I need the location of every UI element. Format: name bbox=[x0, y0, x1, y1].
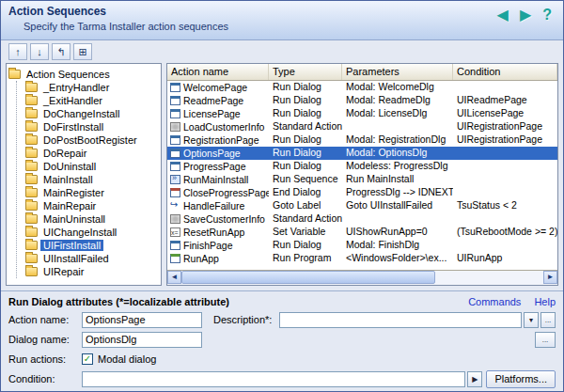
dialog-icon bbox=[170, 135, 180, 145]
horizontal-scrollbar[interactable]: ◄ ► bbox=[167, 270, 557, 285]
cell-condition: UIRunApp bbox=[453, 252, 557, 265]
table-row-OptionsPage[interactable]: OptionsPageRun DialogModal: OptionsDlg bbox=[167, 147, 557, 160]
column-header-type[interactable]: Type bbox=[269, 64, 342, 80]
cell-condition: UILicensePage bbox=[453, 107, 557, 120]
folder-icon bbox=[25, 188, 38, 197]
grid-button[interactable]: ⊞ bbox=[73, 43, 92, 60]
cell-type: Run Sequence bbox=[269, 173, 342, 186]
tree-item-_ExitHandler[interactable]: _ExitHandler bbox=[25, 94, 159, 107]
tree-item-label: DoChangeInstall bbox=[40, 108, 122, 119]
tree-item-MainRepair[interactable]: MainRepair bbox=[25, 199, 159, 212]
tree-item-UIInstallFailed[interactable]: UIInstallFailed bbox=[25, 252, 159, 265]
dialog-name-label: Dialog name: bbox=[8, 334, 82, 345]
tree-item-DoPostBootRegister[interactable]: DoPostBootRegister bbox=[25, 133, 159, 147]
tree-item-DoFirstInstall[interactable]: DoFirstInstall bbox=[25, 120, 159, 133]
table-row-HandleFailure[interactable]: HandleFailureGoto LabelGoto UIInstallFai… bbox=[167, 199, 557, 212]
action-name-text: LicensePage bbox=[183, 108, 241, 120]
help-icon[interactable]: ? bbox=[542, 8, 552, 23]
cell-type: Run Dialog bbox=[269, 147, 342, 160]
description-browse-button[interactable]: ... bbox=[540, 312, 556, 328]
scrollbar-thumb[interactable] bbox=[181, 271, 435, 284]
help-link[interactable]: Help bbox=[534, 296, 556, 307]
dialog-name-browse-button[interactable]: ... bbox=[535, 332, 556, 348]
tree-item-DoUninstall[interactable]: DoUninstall bbox=[25, 160, 159, 173]
table-row-LoadCustomerInfo[interactable]: LoadCustomerInfoStandard ActionUIRegistr… bbox=[167, 120, 557, 133]
tree-item-DoChangeInstall[interactable]: DoChangeInstall bbox=[25, 107, 159, 120]
cell-type: Run Program bbox=[269, 252, 342, 265]
table-row-FinishPage[interactable]: FinishPageRun DialogModal: FinishDlg bbox=[167, 239, 557, 252]
folder-icon bbox=[25, 109, 38, 118]
modal-dialog-checkbox-label[interactable]: Modal dialog bbox=[98, 353, 156, 365]
tree-item-UIChangeInstall[interactable]: UIChangeInstall bbox=[25, 226, 159, 239]
action-name-text: SaveCustomerInfo bbox=[183, 213, 265, 226]
cell-action-name: LoadCustomerInfo bbox=[167, 120, 269, 133]
cell-type: Standard Action bbox=[269, 212, 342, 226]
program-icon bbox=[170, 254, 180, 263]
cell-parameters: Modal: ReadmeDlg bbox=[342, 94, 453, 107]
column-header-action-name[interactable]: Action name bbox=[167, 64, 269, 80]
scroll-right-button[interactable]: ► bbox=[543, 271, 557, 284]
condition-expand-button[interactable]: ▶ bbox=[467, 371, 482, 387]
table-row-ProgressPage[interactable]: ProgressPageRun DialogModeless: Progress… bbox=[167, 160, 557, 173]
tree-item-MainRegister[interactable]: MainRegister bbox=[25, 186, 159, 199]
tree-item-_EntryHandler[interactable]: _EntryHandler bbox=[25, 81, 159, 94]
commands-link[interactable]: Commands bbox=[468, 296, 521, 307]
folder-icon bbox=[25, 149, 38, 158]
variable-icon bbox=[170, 227, 180, 237]
folder-icon bbox=[25, 122, 38, 132]
action-name-text: ProgressPage bbox=[183, 161, 246, 173]
tree-item-label: DoUninstall bbox=[40, 161, 99, 172]
action-name-field[interactable] bbox=[82, 312, 202, 328]
table-row-RunMainInstall[interactable]: RunMainInstallRun SequenceRun MainInstal… bbox=[167, 173, 557, 186]
table-row-SaveCustomerInfo[interactable]: SaveCustomerInfoStandard Action bbox=[167, 212, 557, 226]
scrollbar-track[interactable] bbox=[181, 271, 543, 285]
move-down-button[interactable]: ↓ bbox=[30, 43, 49, 60]
dialog-name-row: Dialog name: ... bbox=[8, 331, 556, 348]
cell-action-name: CloseProgressPage bbox=[167, 186, 269, 199]
folder-icon bbox=[25, 83, 38, 92]
run-actions-row: Run actions: ✓ Modal dialog bbox=[8, 351, 556, 368]
table-row-RunApp[interactable]: RunAppRun Program<WindowsFolder>\ex...UI… bbox=[167, 252, 557, 265]
tree-item-UIRepair[interactable]: UIRepair bbox=[25, 265, 159, 278]
action-name-text: HandleFailure bbox=[183, 200, 244, 212]
cell-condition bbox=[453, 81, 557, 94]
table-row-LicensePage[interactable]: LicensePageRun DialogModal: LicenseDlgUI… bbox=[167, 107, 557, 120]
action-name-text: ResetRunApp bbox=[183, 227, 244, 239]
condition-field[interactable] bbox=[82, 371, 465, 387]
attributes-title: Run Dialog attributes (*=localizable att… bbox=[8, 296, 229, 307]
back-arrow-icon[interactable]: ◀ bbox=[497, 8, 509, 23]
tree-item-label: MainRepair bbox=[40, 200, 99, 212]
dialog-icon bbox=[170, 96, 180, 105]
description-expand-button[interactable]: ▾ bbox=[524, 312, 539, 328]
goto-button[interactable]: ↰ bbox=[52, 43, 70, 60]
description-field[interactable] bbox=[279, 312, 522, 328]
column-header-condition[interactable]: Condition bbox=[453, 64, 557, 80]
dialog-name-field[interactable] bbox=[82, 332, 202, 348]
platforms-button[interactable]: Platforms... bbox=[486, 370, 556, 388]
action-name-row: Action name: Description*: ▾ ... bbox=[8, 311, 556, 328]
cell-condition bbox=[453, 212, 557, 226]
tree-item-MainUninstall[interactable]: MainUninstall bbox=[25, 212, 159, 226]
forward-arrow-icon[interactable]: ▶ bbox=[520, 8, 531, 23]
modal-dialog-checkbox[interactable]: ✓ bbox=[82, 353, 93, 365]
tree-item-DoRepair[interactable]: DoRepair bbox=[25, 147, 159, 160]
cell-condition: UIReadmePage bbox=[453, 94, 557, 107]
cell-condition: (TsuRebootMode >= 2) OR (Tsu bbox=[453, 226, 557, 239]
table-row-WelcomePage[interactable]: WelcomePageRun DialogModal: WelcomeDlg bbox=[167, 81, 557, 94]
tree-item-MainInstall[interactable]: MainInstall bbox=[25, 173, 159, 186]
cell-parameters: UIShowRunApp=0 bbox=[342, 226, 453, 239]
table-row-CloseProgressPage[interactable]: CloseProgressPageEnd DialogProgressDlg -… bbox=[167, 186, 557, 199]
cell-parameters: Modal: OptionsDlg bbox=[342, 147, 453, 160]
column-header-parameters[interactable]: Parameters bbox=[342, 64, 453, 80]
table-row-ReadmePage[interactable]: ReadmePageRun DialogModal: ReadmeDlgUIRe… bbox=[167, 94, 557, 107]
tree-item-UIFirstInstall[interactable]: UIFirstInstall bbox=[25, 239, 159, 252]
scroll-left-button[interactable]: ◄ bbox=[167, 271, 181, 284]
table-row-ResetRunApp[interactable]: ResetRunAppSet VariableUIShowRunApp=0(Ts… bbox=[167, 226, 557, 239]
cell-type: Standard Action bbox=[269, 120, 342, 133]
folder-icon bbox=[25, 175, 38, 184]
move-up-button[interactable]: ↑ bbox=[8, 43, 27, 60]
table-row-RegistrationPage[interactable]: RegistrationPageRun DialogModal: Registr… bbox=[167, 133, 557, 147]
sequence-tree-items: _EntryHandler_ExitHandlerDoChangeInstall… bbox=[16, 81, 159, 278]
folder-icon bbox=[25, 267, 38, 276]
tree-root-action-sequences[interactable]: Action Sequences bbox=[8, 67, 159, 81]
